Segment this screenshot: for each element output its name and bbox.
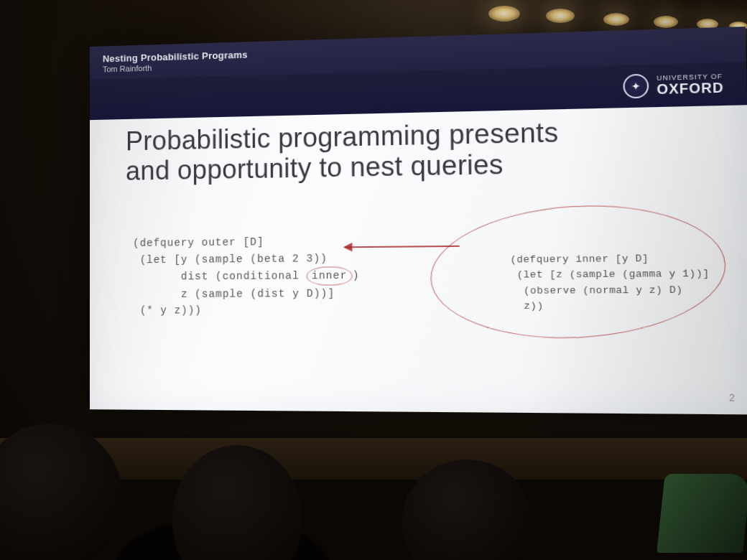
slide-title: Probabilistic programming presents and o…	[90, 105, 747, 187]
code-line: z))	[511, 300, 544, 312]
code-line: (let [y (sample (beta 2 3))	[133, 253, 328, 266]
slide-title-line2: and opportunity to nest queries	[126, 149, 504, 186]
code-line: dist (conditional inner)	[133, 270, 360, 283]
ceiling-light-icon	[603, 13, 629, 26]
arrow-icon	[345, 246, 460, 248]
lecture-scene: Nesting Probabilistic Programs Tom Rainf…	[0, 0, 747, 560]
slide: Nesting Probabilistic Programs Tom Rainf…	[90, 27, 747, 414]
code-line: (defquery outer [D]	[133, 236, 264, 249]
ceiling-light-icon	[654, 16, 678, 28]
outer-query-code: (defquery outer [D] (let [y (sample (bet…	[133, 217, 360, 335]
affiliation-text: UNIVERSITY OF OXFORD	[656, 72, 724, 97]
code-line: (observe (normal y z) D)	[511, 284, 683, 297]
ceiling-light-icon	[546, 9, 575, 23]
code-line: (defquery inner [y D]	[510, 253, 649, 266]
university-crest-icon: ✦	[623, 74, 649, 99]
ceiling-light-icon	[488, 6, 520, 22]
code-area: (defquery outer [D] (let [y (sample (bet…	[133, 212, 720, 391]
page-number: 2	[729, 393, 735, 403]
affiliation-badge: ✦ UNIVERSITY OF OXFORD	[623, 72, 724, 99]
code-line: (* y z)))	[133, 304, 202, 317]
affiliation-line2: OXFORD	[656, 80, 724, 98]
bag-silhouette	[656, 474, 747, 553]
inner-reference-highlight: inner	[307, 266, 353, 285]
projection-screen: Nesting Probabilistic Programs Tom Rainf…	[90, 27, 747, 414]
code-line: z (sample (dist y D))]	[133, 287, 335, 300]
code-line: (let [z (sample (gamma y 1))]	[511, 269, 710, 281]
inner-query-code: (defquery inner [y D] (let [z (sample (g…	[510, 220, 710, 329]
